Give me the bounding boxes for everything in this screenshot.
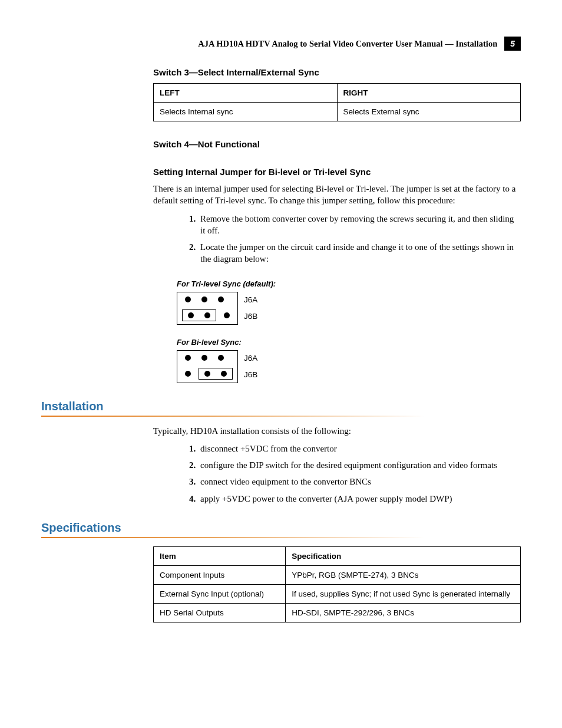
spec-item: Component Inputs [154, 565, 286, 584]
spec-item: HD Serial Outputs [154, 603, 286, 622]
spec-value: YPbPr, RGB (SMPTE-274), 3 BNCs [286, 565, 521, 584]
spec-value: If used, supplies Sync; if not used Sync… [286, 584, 521, 603]
jumper-heading: Setting Internal Jumper for Bi-level or … [153, 167, 521, 177]
pin-icon [185, 371, 191, 377]
section-rule [41, 416, 521, 417]
header-title: AJA HD10A HDTV Analog to Serial Video Co… [198, 39, 497, 49]
page-number: 5 [504, 37, 521, 51]
jumper-steps: Remove the bottom converter cover by rem… [153, 213, 521, 265]
table-row: External Sync Input (optional) If used, … [154, 584, 521, 603]
installation-body: Typically, HD10A installation consists o… [153, 425, 521, 437]
pin-icon [204, 371, 210, 377]
bi-pinbox [177, 350, 238, 383]
tri-row-a-label: J6A [244, 295, 257, 304]
pin-icon [185, 297, 191, 302]
spec-item: External Sync Input (optional) [154, 584, 286, 603]
pin-icon [188, 312, 194, 318]
jumper-step-2: Locate the jumper on the circuit card in… [198, 241, 521, 265]
jumper-icon [199, 368, 233, 380]
installation-heading: Installation [41, 400, 521, 413]
jumper-step-1: Remove the bottom converter cover by rem… [198, 213, 521, 237]
switch3-table: LEFT RIGHT Selects Internal sync Selects… [153, 83, 521, 121]
spec-col-spec: Specification [286, 546, 521, 565]
tri-pinbox [177, 292, 238, 325]
tri-level-caption: For Tri-level Sync (default): [177, 279, 521, 288]
switch4-heading: Switch 4—Not Functional [153, 139, 521, 149]
bi-level-caption: For Bi-level Sync: [177, 338, 521, 347]
switch3-right-value: Selects External sync [337, 103, 521, 121]
spec-value: HD-SDI, SMPTE-292/296, 3 BNCs [286, 603, 521, 622]
switch3-left-value: Selects Internal sync [154, 103, 338, 121]
tri-level-diagram: For Tri-level Sync (default): [177, 279, 521, 325]
install-step-4: apply +5VDC power to the converter (AJA … [198, 493, 521, 505]
section-rule [41, 537, 521, 538]
switch3-left-header: LEFT [154, 84, 338, 103]
specifications-heading: Specifications [41, 521, 521, 535]
pin-icon [185, 355, 191, 361]
bi-level-diagram: For Bi-level Sync: [177, 338, 521, 383]
install-step-2: configure the DIP switch for the desired… [198, 459, 521, 471]
pin-icon [218, 297, 224, 302]
page-header: AJA HD10A HDTV Analog to Serial Video Co… [41, 37, 521, 51]
specifications-table: Item Specification Component Inputs YPbP… [153, 546, 521, 622]
content-column: Switch 3—Select Internal/External Sync L… [153, 67, 521, 622]
pin-icon [201, 297, 207, 302]
table-row: Component Inputs YPbPr, RGB (SMPTE-274),… [154, 565, 521, 584]
page: AJA HD10A HDTV Analog to Serial Video Co… [0, 0, 562, 728]
pin-icon [204, 312, 210, 318]
spec-col-item: Item [154, 546, 286, 565]
table-row: HD Serial Outputs HD-SDI, SMPTE-292/296,… [154, 603, 521, 622]
tri-row-b-label: J6B [244, 312, 257, 321]
bi-row-a-label: J6A [244, 354, 257, 363]
jumper-icon [182, 309, 216, 321]
bi-row-b-label: J6B [244, 370, 257, 379]
switch3-right-header: RIGHT [337, 84, 521, 103]
pin-icon [201, 355, 207, 361]
pin-icon [221, 371, 227, 377]
pin-icon [218, 355, 224, 361]
installation-steps: disconnect +5VDC from the convertor conf… [153, 443, 521, 505]
install-step-1: disconnect +5VDC from the convertor [198, 443, 521, 454]
jumper-diagrams: For Tri-level Sync (default): [177, 279, 521, 383]
jumper-body: There is an internal jumper used for sel… [153, 183, 521, 207]
install-step-3: connect video equipment to the convertor… [198, 476, 521, 487]
pin-icon [224, 312, 230, 318]
switch3-heading: Switch 3—Select Internal/External Sync [153, 67, 521, 77]
